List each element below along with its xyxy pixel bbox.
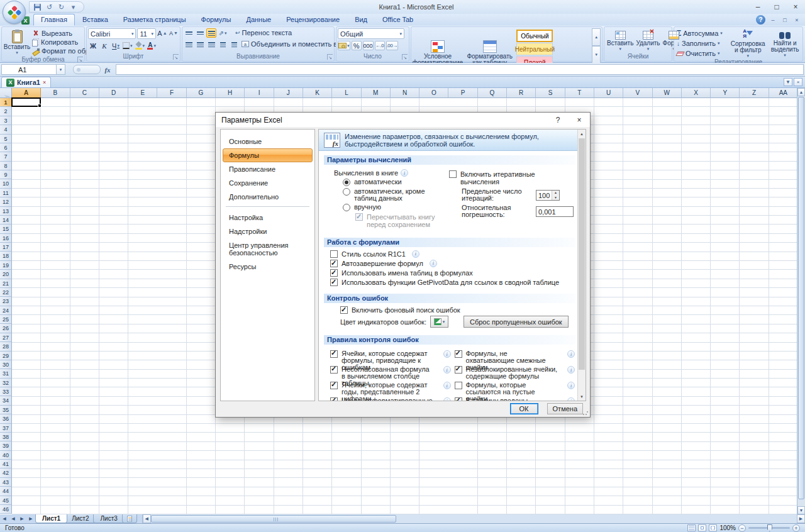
dialog-launcher-icon[interactable]: ↘ (173, 54, 179, 60)
sort-filter-button[interactable]: АЯ Сортировка и фильтр ▾ (730, 28, 766, 58)
column-header[interactable]: U (594, 88, 623, 98)
dialog-scroll-thumb[interactable] (579, 138, 585, 370)
decrease-decimal-button[interactable]: .00→ (386, 41, 398, 50)
dialog-title-bar[interactable]: Параметры Excel ? × (216, 113, 590, 127)
zoom-level[interactable]: 100% (719, 524, 736, 531)
dialog-close-button[interactable]: × (569, 113, 590, 127)
row-header[interactable]: 17 (0, 243, 12, 252)
fill-button[interactable]: ↓Заполнить▾ (675, 39, 727, 48)
max-iterations-spinner[interactable]: 100 ▲▼ (536, 190, 560, 201)
column-header[interactable]: J (274, 88, 303, 98)
row-header[interactable]: 27 (0, 333, 12, 342)
row-header[interactable]: 23 (0, 297, 12, 306)
style-swatch[interactable]: Нейтральный (516, 43, 553, 55)
row-header[interactable]: 45 (0, 496, 12, 505)
row-header[interactable]: 44 (0, 487, 12, 496)
rule-checkbox-option[interactable]: Формулы, не охватывающие смежные ячейки … (455, 350, 575, 365)
sidebar-item[interactable]: Правописание (223, 162, 313, 176)
ribbon-tab[interactable]: Главная (33, 14, 75, 26)
dialog-scroll-down-icon[interactable]: ▼ (578, 392, 586, 401)
workbook-restore-button[interactable]: □ (780, 17, 789, 23)
row-header[interactable]: 36 (0, 414, 12, 423)
orientation-button[interactable]: ⇗▾ (218, 28, 228, 38)
row-header[interactable]: 39 (0, 441, 12, 450)
error-indicator-color-button[interactable]: ▾ (430, 316, 448, 328)
rule-checkbox-option[interactable]: Ячейки, которые содержат годы, представл… (330, 382, 451, 396)
formula-bar-splitter[interactable] (73, 65, 101, 74)
row-header[interactable]: 8 (0, 162, 12, 170)
rule-checkbox-option[interactable]: Ячейки, которые содержат формулы, привод… (330, 350, 451, 365)
background-error-checking-checkbox[interactable]: Включить фоновый поиск ошибок (340, 306, 577, 314)
dialog-scroll-up-icon[interactable]: ▲ (578, 130, 586, 138)
row-header[interactable]: 43 (0, 478, 12, 487)
increase-decimal-button[interactable]: ←.0 (375, 41, 385, 50)
rule-checkbox-option[interactable]: Незаблокированные ячейки, содержащие фор… (455, 366, 575, 380)
redo-button[interactable]: ↻ (56, 3, 67, 12)
spin-up-icon[interactable]: ▲ (552, 191, 559, 196)
italic-button[interactable]: К (99, 41, 109, 50)
column-header[interactable]: R (507, 88, 536, 98)
radio-option[interactable]: автоматически, кроме таблиц данных (343, 188, 449, 202)
align-left-button[interactable] (184, 40, 194, 49)
font-name-select[interactable]: Calibri▾ (88, 28, 136, 39)
row-header[interactable]: 30 (0, 360, 12, 369)
percent-style-button[interactable]: % (352, 41, 362, 50)
column-header[interactable]: P (448, 88, 477, 98)
spin-down-icon[interactable]: ▼ (552, 195, 559, 200)
scroll-down-icon[interactable]: ▼ (797, 506, 805, 514)
rule-checkbox-option[interactable]: Несогласованная формула в вычисляемом ст… (330, 366, 451, 380)
row-header[interactable]: 15 (0, 224, 12, 233)
column-header[interactable]: I (245, 88, 274, 98)
document-tab[interactable]: Книга1 × (1, 77, 51, 87)
zoom-slider[interactable] (748, 527, 790, 529)
find-select-button[interactable]: Найти и выделить ▾ (769, 28, 801, 58)
ribbon-tab[interactable]: Рецензирование (279, 14, 347, 26)
column-header[interactable]: T (565, 88, 594, 98)
save-button[interactable] (32, 3, 43, 12)
previous-sheet-button[interactable]: ◀ (9, 514, 18, 523)
row-header[interactable]: 29 (0, 352, 12, 360)
row-header[interactable]: 37 (0, 424, 12, 433)
sidebar-item[interactable]: Ресурсы (223, 260, 313, 274)
ribbon-tab[interactable]: Office Tab (375, 14, 421, 26)
sidebar-item[interactable]: Сохранение (223, 176, 313, 190)
shrink-font-button[interactable]: A▼ (169, 28, 179, 38)
column-header[interactable]: L (332, 88, 361, 98)
page-layout-view-button[interactable] (698, 524, 706, 531)
insert-cells-button[interactable]: Вставить▾ (606, 28, 635, 53)
sheet-tab[interactable]: Лист1 (35, 514, 67, 523)
row-header[interactable]: 22 (0, 288, 12, 297)
close-button[interactable]: × (786, 1, 805, 14)
radio-option[interactable]: вручную (343, 204, 449, 211)
sidebar-item[interactable]: Центр управления безопасностью (223, 238, 313, 260)
row-header[interactable]: 12 (0, 197, 12, 206)
close-all-tabs-button[interactable]: × (794, 78, 802, 86)
row-header[interactable]: 9 (0, 170, 12, 179)
row-header[interactable]: 25 (0, 315, 12, 324)
column-header[interactable]: E (128, 88, 157, 98)
max-change-input[interactable]: 0,001 (536, 206, 574, 217)
fill-color-button[interactable]: ▾ (135, 41, 146, 50)
row-header[interactable]: 7 (0, 152, 12, 161)
column-header[interactable]: W (653, 88, 682, 98)
row-header[interactable]: 6 (0, 143, 12, 152)
scroll-up-icon[interactable]: ▲ (797, 88, 805, 96)
vertical-scrollbar[interactable]: ▲ ▼ (797, 88, 805, 514)
align-middle-button[interactable] (195, 28, 205, 38)
number-format-select[interactable]: Общий▾ (338, 28, 404, 39)
restore-button[interactable]: □ (767, 1, 786, 14)
column-header[interactable]: G (187, 88, 216, 98)
zoom-slider-thumb[interactable] (767, 524, 772, 531)
sidebar-item[interactable]: Формулы (223, 148, 313, 162)
rule-checkbox-option[interactable]: Числа, отформатированные как текст или с… (330, 397, 451, 401)
comma-style-button[interactable]: 000 (363, 41, 374, 50)
next-sheet-button[interactable]: ▶ (18, 514, 26, 523)
column-header[interactable]: O (419, 88, 448, 98)
ribbon-tab[interactable]: Данные (238, 14, 279, 26)
rule-checkbox-option[interactable]: Формулы, которые ссылаются на пустые яче… (455, 382, 575, 396)
horizontal-scroll-thumb[interactable] (151, 515, 396, 523)
decrease-indent-button[interactable] (218, 40, 228, 49)
row-header[interactable]: 13 (0, 207, 12, 216)
sidebar-item[interactable]: Основные (223, 135, 313, 148)
column-header[interactable]: B (41, 88, 70, 98)
